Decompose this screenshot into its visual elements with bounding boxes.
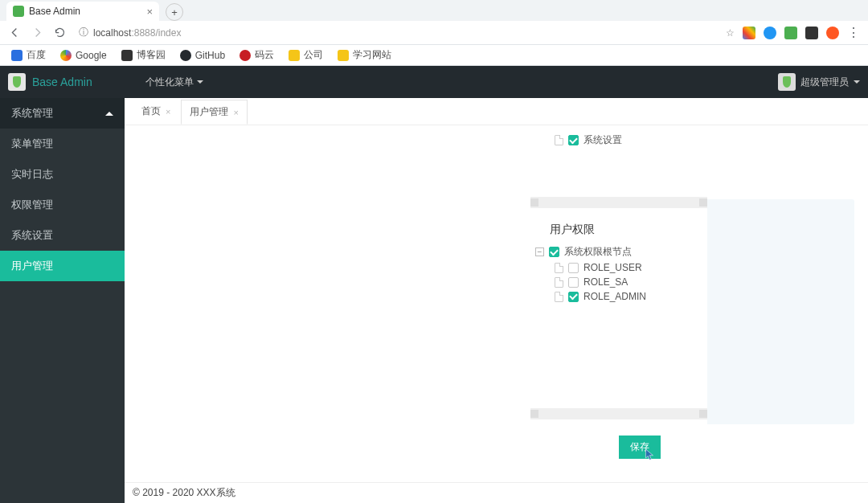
save-button[interactable]: 保存 (619, 436, 661, 459)
favicon-icon (13, 6, 24, 17)
bookmark-bar: 百度 Google 博客园 GitHub 码云 公司 学习网站 (0, 45, 868, 66)
avatar (778, 73, 796, 91)
tree-row[interactable]: ROLE_ADMIN (530, 289, 707, 304)
checkbox[interactable] (568, 135, 579, 145)
page-tabs: 首页 × 用户管理 × (125, 98, 868, 125)
forward-button[interactable] (31, 27, 43, 39)
horizontal-scrollbar[interactable] (530, 197, 707, 208)
tree-label: ROLE_SA (583, 276, 628, 288)
extension-icon[interactable] (784, 27, 797, 39)
sidebar: 系统管理 菜单管理 实时日志 权限管理 系统设置 用户管理 (0, 98, 125, 503)
tree-label: 系统设置 (583, 133, 622, 147)
copyright: © 2019 - 2020 XXX系统 (133, 486, 235, 500)
checkbox[interactable] (568, 263, 579, 273)
close-icon[interactable]: × (146, 6, 153, 18)
checkbox[interactable] (568, 277, 579, 288)
file-icon (555, 263, 563, 273)
bookmark-item[interactable]: 百度 (11, 48, 46, 62)
bookmark-item[interactable]: 码云 (240, 48, 274, 62)
cursor-icon (645, 448, 656, 462)
back-button[interactable] (8, 27, 21, 39)
star-bookmark-icon[interactable]: ☆ (726, 27, 735, 39)
new-tab-button[interactable]: + (166, 3, 183, 21)
address-bar[interactable]: ⓘ localhost:8888/index (76, 26, 716, 39)
bookmark-item[interactable]: GitHub (180, 50, 225, 61)
tree-row[interactable]: 系统设置 (530, 132, 707, 149)
bookmark-item[interactable]: Google (60, 50, 107, 61)
collapse-icon[interactable]: − (535, 247, 544, 256)
tab-home[interactable]: 首页 × (133, 99, 179, 124)
sidebar-item-realtime-log[interactable]: 实时日志 (0, 159, 125, 190)
chevron-down-icon (197, 80, 203, 84)
tree-root-row[interactable]: − 系统权限根节点 (530, 243, 707, 260)
tree-row[interactable]: ROLE_USER (530, 260, 707, 275)
sidebar-item-perm-mgmt[interactable]: 权限管理 (0, 190, 125, 220)
bookmark-item[interactable]: 学习网站 (338, 48, 391, 62)
extension-icon[interactable] (743, 27, 755, 39)
reload-button[interactable] (53, 27, 66, 39)
sidebar-group-system[interactable]: 系统管理 (0, 98, 125, 129)
user-menu[interactable]: 超级管理员 (778, 73, 860, 91)
extension-icon[interactable] (764, 27, 776, 39)
bookmark-item[interactable]: 公司 (289, 48, 323, 62)
section-title: 用户权限 (550, 223, 707, 237)
file-icon (555, 135, 563, 145)
brand-logo-icon (8, 73, 26, 91)
file-icon (555, 292, 563, 302)
sidebar-item-menu-mgmt[interactable]: 菜单管理 (0, 129, 125, 159)
browser-menu-icon[interactable]: ⋮ (847, 25, 860, 40)
sidebar-item-user-mgmt[interactable]: 用户管理 (0, 251, 125, 281)
site-info-icon[interactable]: ⓘ (79, 26, 88, 39)
url-host: localhost (93, 27, 131, 39)
close-icon[interactable]: × (233, 108, 238, 117)
app-header: Base Admin 个性化菜单 超级管理员 (0, 66, 868, 98)
extension-icon[interactable] (826, 27, 839, 39)
checkbox[interactable] (549, 247, 559, 257)
close-icon[interactable]: × (166, 107, 170, 117)
browser-tab[interactable]: Base Admin × (6, 2, 159, 21)
brand-name[interactable]: Base Admin (32, 76, 92, 88)
tree-label: 系统权限根节点 (564, 245, 632, 259)
browser-tab-title: Base Admin (29, 6, 80, 17)
url-path: :8888/index (131, 27, 181, 39)
checkbox[interactable] (568, 292, 579, 302)
permission-panel: 系统设置 用户权限 − 系统权限根节点 (530, 125, 707, 482)
chevron-up-icon (105, 112, 113, 116)
tree-label: ROLE_ADMIN (583, 291, 646, 302)
bookmark-item[interactable]: 博客园 (121, 48, 166, 62)
sidebar-item-sys-settings[interactable]: 系统设置 (0, 220, 125, 251)
tab-user-mgmt[interactable]: 用户管理 × (181, 100, 247, 125)
horizontal-scrollbar[interactable] (530, 408, 707, 419)
extension-icons: ☆ ⋮ (726, 25, 860, 40)
chevron-down-icon (854, 80, 860, 84)
file-icon (555, 277, 563, 288)
tree-label: ROLE_USER (583, 262, 642, 273)
personal-menu[interactable]: 个性化菜单 (145, 76, 203, 89)
tree-row[interactable]: ROLE_SA (530, 275, 707, 289)
footer: © 2019 - 2020 XXX系统 (125, 482, 868, 503)
extension-icon[interactable] (805, 27, 818, 39)
